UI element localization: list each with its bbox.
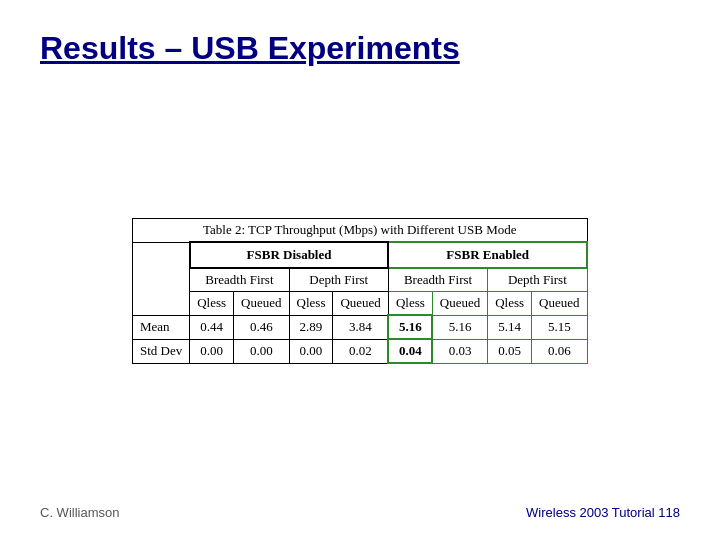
fsbr-enabled-header: FSBR Enabled xyxy=(388,242,587,268)
table-caption: Table 2: TCP Throughput (Mbps) with Diff… xyxy=(132,219,587,243)
stddev-val-1: 0.00 xyxy=(234,339,289,363)
footer-author: C. Williamson xyxy=(40,505,119,520)
stddev-row: Std Dev 0.00 0.00 0.00 0.02 0.04 0.03 0.… xyxy=(132,339,587,363)
data-table: Table 2: TCP Throughput (Mbps) with Diff… xyxy=(132,218,588,364)
mean-row: Mean 0.44 0.46 2.89 3.84 5.16 5.16 5.14 … xyxy=(132,315,587,339)
bf-disabled-header: Breadth First xyxy=(190,268,289,292)
df-disabled-header: Depth First xyxy=(289,268,388,292)
bf-df-header-row: Breadth First Depth First Breadth First … xyxy=(132,268,587,292)
stddev-label: Std Dev xyxy=(132,339,189,363)
stddev-val-2: 0.00 xyxy=(289,339,333,363)
page-title: Results – USB Experiments xyxy=(40,30,680,67)
queued-col-4: Queued xyxy=(532,292,587,316)
queued-col-2: Queued xyxy=(333,292,388,316)
fsbr-header-row: FSBR Disabled FSBR Enabled xyxy=(132,242,587,268)
stddev-val-5: 0.03 xyxy=(432,339,487,363)
mean-val-7: 5.15 xyxy=(532,315,587,339)
table-container: Table 2: TCP Throughput (Mbps) with Diff… xyxy=(40,87,680,495)
footer: C. Williamson Wireless 2003 Tutorial 118 xyxy=(40,505,680,520)
qless-col-2: Qless xyxy=(289,292,333,316)
mean-val-5: 5.16 xyxy=(432,315,487,339)
queued-col-3: Queued xyxy=(432,292,487,316)
mean-val-4: 5.16 xyxy=(388,315,432,339)
stddev-val-6: 0.05 xyxy=(488,339,532,363)
queued-col-1: Queued xyxy=(234,292,289,316)
df-enabled-header: Depth First xyxy=(488,268,587,292)
qless-col-3: Qless xyxy=(388,292,432,316)
stddev-val-7: 0.06 xyxy=(532,339,587,363)
mean-val-0: 0.44 xyxy=(190,315,234,339)
qless-queued-header-row: Qless Queued Qless Queued Qless Queued Q… xyxy=(132,292,587,316)
qless-col-4: Qless xyxy=(488,292,532,316)
qless-col-1: Qless xyxy=(190,292,234,316)
stddev-val-4: 0.04 xyxy=(388,339,432,363)
footer-info: Wireless 2003 Tutorial 118 xyxy=(526,505,680,520)
mean-label: Mean xyxy=(132,315,189,339)
stddev-val-3: 0.02 xyxy=(333,339,388,363)
mean-val-3: 3.84 xyxy=(333,315,388,339)
mean-val-6: 5.14 xyxy=(488,315,532,339)
bf-enabled-header: Breadth First xyxy=(388,268,487,292)
stddev-val-0: 0.00 xyxy=(190,339,234,363)
caption-row: Table 2: TCP Throughput (Mbps) with Diff… xyxy=(132,219,587,243)
fsbr-disabled-header: FSBR Disabled xyxy=(190,242,389,268)
slide: Results – USB Experiments Table 2: TCP T… xyxy=(0,0,720,540)
mean-val-1: 0.46 xyxy=(234,315,289,339)
mean-val-2: 2.89 xyxy=(289,315,333,339)
